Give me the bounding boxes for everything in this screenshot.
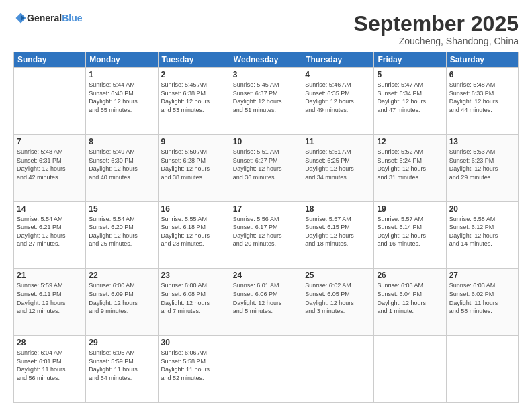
day-number: 10 [233, 137, 299, 146]
calendar-cell [14, 68, 86, 135]
subtitle: Zoucheng, Shandong, China [354, 36, 519, 46]
header-day-saturday: Saturday [446, 52, 518, 68]
day-number: 12 [377, 137, 443, 146]
day-number: 17 [233, 204, 299, 214]
header-day-sunday: Sunday [14, 52, 86, 68]
day-number: 9 [161, 137, 227, 146]
day-info: Sunrise: 6:03 AMSunset: 6:04 PMDaylight:… [377, 281, 443, 315]
calendar-cell: 30Sunrise: 6:06 AMSunset: 5:58 PMDayligh… [158, 336, 230, 403]
header-day-wednesday: Wednesday [230, 52, 302, 68]
day-number: 11 [305, 137, 371, 146]
calendar-cell: 20Sunrise: 5:58 AMSunset: 6:12 PMDayligh… [446, 201, 518, 269]
day-info: Sunrise: 5:48 AMSunset: 6:31 PMDaylight:… [17, 148, 83, 181]
day-info: Sunrise: 5:57 AMSunset: 6:15 PMDaylight:… [305, 215, 371, 248]
day-number: 3 [233, 70, 299, 79]
calendar-header: SundayMondayTuesdayWednesdayThursdayFrid… [14, 52, 519, 68]
calendar-cell [374, 336, 446, 403]
calendar-cell: 22Sunrise: 6:00 AMSunset: 6:09 PMDayligh… [86, 269, 158, 336]
day-number: 7 [17, 137, 83, 146]
day-number: 23 [161, 271, 227, 280]
day-info: Sunrise: 5:53 AMSunset: 6:23 PMDaylight:… [449, 148, 515, 181]
day-info: Sunrise: 5:55 AMSunset: 6:18 PMDaylight:… [161, 215, 227, 248]
calendar-cell [302, 336, 374, 403]
day-number: 22 [89, 271, 154, 280]
calendar-cell: 24Sunrise: 6:01 AMSunset: 6:06 PMDayligh… [230, 269, 302, 336]
page: GeneralBlue September 2025 Zoucheng, Sha… [0, 0, 532, 411]
calendar-cell: 17Sunrise: 5:56 AMSunset: 6:17 PMDayligh… [230, 201, 302, 269]
day-number: 18 [305, 204, 371, 214]
day-info: Sunrise: 6:06 AMSunset: 5:58 PMDaylight:… [161, 349, 227, 382]
calendar-cell: 25Sunrise: 6:02 AMSunset: 6:05 PMDayligh… [302, 269, 374, 336]
day-info: Sunrise: 5:58 AMSunset: 6:12 PMDaylight:… [449, 215, 515, 248]
day-number: 13 [449, 137, 515, 146]
day-info: Sunrise: 5:44 AMSunset: 6:40 PMDaylight:… [89, 81, 154, 114]
calendar-cell: 26Sunrise: 6:03 AMSunset: 6:04 PMDayligh… [374, 269, 446, 336]
day-info: Sunrise: 5:54 AMSunset: 6:21 PMDaylight:… [17, 215, 83, 248]
week-row-1: 7Sunrise: 5:48 AMSunset: 6:31 PMDaylight… [14, 134, 519, 201]
month-title: September 2025 [354, 12, 519, 36]
calendar-cell: 5Sunrise: 5:47 AMSunset: 6:34 PMDaylight… [374, 68, 446, 135]
calendar-table: SundayMondayTuesdayWednesdayThursdayFrid… [13, 52, 519, 403]
logo-icon [15, 12, 27, 24]
calendar-cell: 1Sunrise: 5:44 AMSunset: 6:40 PMDaylight… [86, 68, 158, 135]
day-info: Sunrise: 6:00 AMSunset: 6:08 PMDaylight:… [161, 281, 227, 315]
calendar-cell: 27Sunrise: 6:03 AMSunset: 6:02 PMDayligh… [446, 269, 518, 336]
day-info: Sunrise: 5:45 AMSunset: 6:37 PMDaylight:… [233, 81, 299, 114]
day-info: Sunrise: 6:01 AMSunset: 6:06 PMDaylight:… [233, 281, 299, 315]
header: GeneralBlue September 2025 Zoucheng, Sha… [13, 12, 519, 46]
day-info: Sunrise: 6:05 AMSunset: 5:59 PMDaylight:… [89, 349, 154, 382]
day-info: Sunrise: 5:50 AMSunset: 6:28 PMDaylight:… [161, 148, 227, 181]
day-info: Sunrise: 5:45 AMSunset: 6:38 PMDaylight:… [161, 81, 227, 114]
day-number: 2 [161, 70, 227, 79]
day-info: Sunrise: 5:47 AMSunset: 6:34 PMDaylight:… [377, 81, 443, 114]
calendar-cell: 14Sunrise: 5:54 AMSunset: 6:21 PMDayligh… [14, 201, 86, 269]
header-day-friday: Friday [374, 52, 446, 68]
week-row-2: 14Sunrise: 5:54 AMSunset: 6:21 PMDayligh… [14, 201, 519, 269]
day-number: 21 [17, 271, 83, 280]
calendar-cell: 6Sunrise: 5:48 AMSunset: 6:33 PMDaylight… [446, 68, 518, 135]
calendar-cell: 2Sunrise: 5:45 AMSunset: 6:38 PMDaylight… [158, 68, 230, 135]
calendar-cell [446, 336, 518, 403]
day-number: 29 [89, 338, 154, 347]
day-number: 25 [305, 271, 371, 280]
calendar-cell: 7Sunrise: 5:48 AMSunset: 6:31 PMDaylight… [14, 134, 86, 201]
day-info: Sunrise: 5:48 AMSunset: 6:33 PMDaylight:… [449, 81, 515, 114]
day-number: 15 [89, 204, 154, 214]
day-number: 27 [449, 271, 515, 280]
day-info: Sunrise: 5:46 AMSunset: 6:35 PMDaylight:… [305, 81, 371, 114]
day-info: Sunrise: 5:52 AMSunset: 6:24 PMDaylight:… [377, 148, 443, 181]
calendar-cell: 29Sunrise: 6:05 AMSunset: 5:59 PMDayligh… [86, 336, 158, 403]
calendar-cell: 16Sunrise: 5:55 AMSunset: 6:18 PMDayligh… [158, 201, 230, 269]
week-row-0: 1Sunrise: 5:44 AMSunset: 6:40 PMDaylight… [14, 68, 519, 135]
day-number: 4 [305, 70, 371, 79]
calendar-cell: 11Sunrise: 5:51 AMSunset: 6:25 PMDayligh… [302, 134, 374, 201]
calendar-cell: 3Sunrise: 5:45 AMSunset: 6:37 PMDaylight… [230, 68, 302, 135]
logo-text-general: General [27, 13, 62, 24]
calendar-cell: 9Sunrise: 5:50 AMSunset: 6:28 PMDaylight… [158, 134, 230, 201]
logo-text-blue: Blue [62, 13, 82, 24]
calendar-cell: 19Sunrise: 5:57 AMSunset: 6:14 PMDayligh… [374, 201, 446, 269]
day-info: Sunrise: 5:49 AMSunset: 6:30 PMDaylight:… [89, 148, 154, 181]
logo: GeneralBlue [13, 12, 82, 24]
day-number: 30 [161, 338, 227, 347]
day-info: Sunrise: 5:51 AMSunset: 6:27 PMDaylight:… [233, 148, 299, 181]
day-number: 26 [377, 271, 443, 280]
calendar-cell: 4Sunrise: 5:46 AMSunset: 6:35 PMDaylight… [302, 68, 374, 135]
header-day-thursday: Thursday [302, 52, 374, 68]
day-info: Sunrise: 6:03 AMSunset: 6:02 PMDaylight:… [449, 281, 515, 315]
day-info: Sunrise: 5:59 AMSunset: 6:11 PMDaylight:… [17, 281, 83, 315]
calendar-cell: 23Sunrise: 6:00 AMSunset: 6:08 PMDayligh… [158, 269, 230, 336]
week-row-4: 28Sunrise: 6:04 AMSunset: 6:01 PMDayligh… [14, 336, 519, 403]
title-area: September 2025 Zoucheng, Shandong, China [354, 12, 519, 46]
header-day-monday: Monday [86, 52, 158, 68]
day-number: 5 [377, 70, 443, 79]
day-number: 6 [449, 70, 515, 79]
calendar-cell: 28Sunrise: 6:04 AMSunset: 6:01 PMDayligh… [14, 336, 86, 403]
day-number: 28 [17, 338, 83, 347]
header-day-tuesday: Tuesday [158, 52, 230, 68]
calendar-cell: 15Sunrise: 5:54 AMSunset: 6:20 PMDayligh… [86, 201, 158, 269]
day-number: 14 [17, 204, 83, 214]
day-info: Sunrise: 6:02 AMSunset: 6:05 PMDaylight:… [305, 281, 371, 315]
day-number: 16 [161, 204, 227, 214]
calendar-cell: 21Sunrise: 5:59 AMSunset: 6:11 PMDayligh… [14, 269, 86, 336]
